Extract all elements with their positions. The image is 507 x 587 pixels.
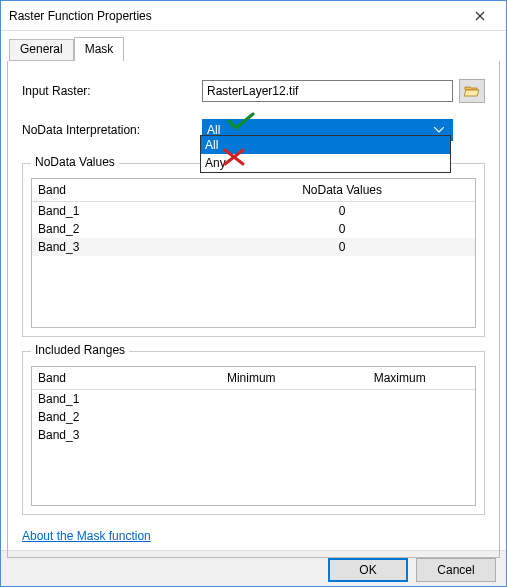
- cell-band: Band_2: [32, 408, 178, 426]
- titlebar: Raster Function Properties: [1, 1, 506, 31]
- nodata-interp-label: NoData Interpretation:: [22, 123, 202, 137]
- nodata-col-values[interactable]: NoData Values: [209, 179, 475, 202]
- cancel-button[interactable]: Cancel: [416, 558, 496, 582]
- group-nodata-values: NoData Values Band NoData Values Band_1 …: [22, 163, 485, 337]
- folder-open-icon: [464, 84, 480, 98]
- table-row[interactable]: Band_3 0: [32, 238, 475, 256]
- cell-min[interactable]: [178, 408, 324, 426]
- nodata-table: Band NoData Values Band_1 0 Band_2 0: [32, 179, 475, 256]
- tab-mask[interactable]: Mask: [74, 37, 125, 61]
- table-row[interactable]: Band_3: [32, 426, 475, 444]
- nodata-table-wrap: Band NoData Values Band_1 0 Band_2 0: [31, 178, 476, 328]
- nodata-col-band[interactable]: Band: [32, 179, 209, 202]
- window-title: Raster Function Properties: [9, 9, 458, 23]
- cell-max[interactable]: [324, 408, 475, 426]
- about-mask-link[interactable]: About the Mask function: [22, 529, 151, 543]
- mask-panel: Input Raster: NoData Interpretation: All: [7, 61, 500, 558]
- browse-button[interactable]: [459, 79, 485, 103]
- table-row[interactable]: Band_2 0: [32, 220, 475, 238]
- cell-band: Band_3: [32, 238, 209, 256]
- close-button[interactable]: [458, 2, 502, 30]
- table-row[interactable]: Band_2: [32, 408, 475, 426]
- ok-button[interactable]: OK: [328, 558, 408, 582]
- table-row[interactable]: Band_1: [32, 390, 475, 409]
- cell-band: Band_2: [32, 220, 209, 238]
- table-row[interactable]: Band_1 0: [32, 202, 475, 221]
- cell-band: Band_1: [32, 390, 178, 409]
- nodata-interp-dropdown: All Any: [200, 135, 451, 173]
- cell-band: Band_3: [32, 426, 178, 444]
- option-any[interactable]: Any: [201, 154, 450, 172]
- cell-value[interactable]: 0: [209, 202, 475, 221]
- input-raster-label: Input Raster:: [22, 84, 202, 98]
- row-input-raster: Input Raster:: [22, 79, 485, 103]
- group-included-ranges: Included Ranges Band Minimum Maximum Ban…: [22, 351, 485, 515]
- ranges-col-max[interactable]: Maximum: [324, 367, 475, 390]
- group-ranges-legend: Included Ranges: [31, 343, 129, 357]
- cell-min[interactable]: [178, 426, 324, 444]
- tab-strip: General Mask: [9, 37, 500, 61]
- ranges-col-min[interactable]: Minimum: [178, 367, 324, 390]
- cell-value[interactable]: 0: [209, 238, 475, 256]
- cell-max[interactable]: [324, 426, 475, 444]
- option-all[interactable]: All: [201, 136, 450, 154]
- close-icon: [475, 11, 485, 21]
- input-raster-field[interactable]: [202, 80, 453, 102]
- cell-min[interactable]: [178, 390, 324, 409]
- chevron-down-icon: [430, 127, 448, 133]
- ranges-table: Band Minimum Maximum Band_1 Band_2: [32, 367, 475, 444]
- content-area: General Mask Input Raster: NoData Interp…: [1, 31, 506, 550]
- cell-max[interactable]: [324, 390, 475, 409]
- tab-general[interactable]: General: [9, 39, 74, 61]
- group-nodata-legend: NoData Values: [31, 155, 119, 169]
- ranges-table-wrap: Band Minimum Maximum Band_1 Band_2: [31, 366, 476, 506]
- cell-value[interactable]: 0: [209, 220, 475, 238]
- cell-band: Band_1: [32, 202, 209, 221]
- ranges-col-band[interactable]: Band: [32, 367, 178, 390]
